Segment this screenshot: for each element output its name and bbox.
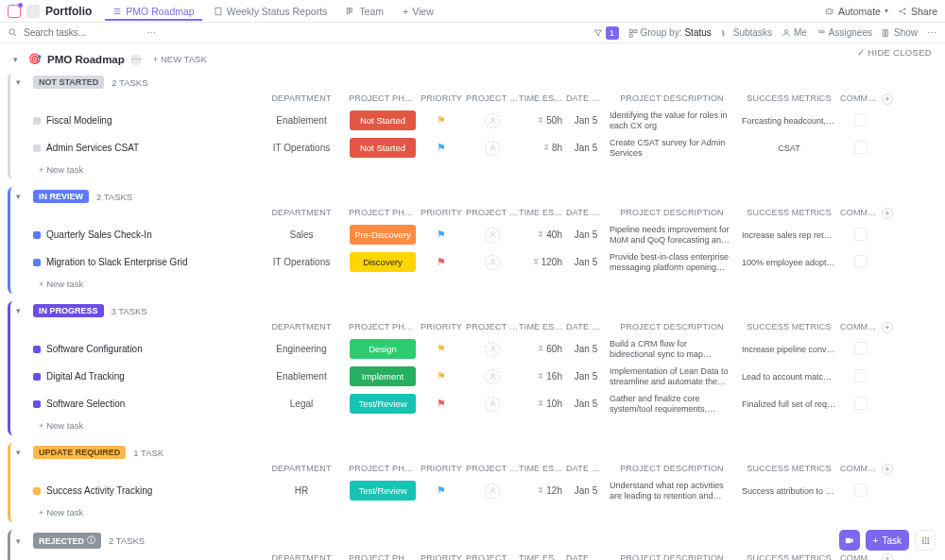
priority-flag-icon[interactable]: ⚑ — [437, 398, 446, 409]
search-input[interactable] — [24, 27, 90, 38]
phase-badge[interactable]: Design — [350, 339, 416, 359]
share-button[interactable]: Share — [898, 6, 937, 17]
comment-icon[interactable] — [854, 484, 868, 497]
show-button[interactable]: Show — [882, 27, 918, 38]
status-pill[interactable]: REJECTED ⓘ — [33, 533, 101, 549]
assign-pm-icon[interactable] — [485, 397, 500, 412]
task-row[interactable]: Software Selection Legal Test/Review ⚑ ⧗… — [10, 390, 937, 417]
priority-flag-icon[interactable]: ⚑ — [437, 114, 446, 126]
priority-flag-icon[interactable]: ⚑ — [437, 256, 446, 267]
status-square-icon[interactable] — [33, 144, 41, 152]
tab-weekly-status-reports[interactable]: Weekly Status Reports — [206, 2, 335, 21]
task-time[interactable]: ⧗50h — [519, 115, 566, 126]
add-column-icon[interactable]: + — [882, 322, 893, 333]
status-square-icon[interactable] — [33, 259, 41, 266]
group-by-button[interactable]: Group by: Status — [628, 27, 712, 38]
status-pill[interactable]: IN REVIEW — [33, 190, 89, 203]
phase-badge[interactable]: Not Started — [350, 138, 416, 158]
priority-flag-icon[interactable]: ⚑ — [437, 343, 446, 354]
task-time[interactable]: ⧗8h — [519, 143, 566, 153]
add-column-icon[interactable]: + — [882, 208, 893, 219]
priority-flag-icon[interactable]: ⚑ — [437, 370, 446, 382]
task-time[interactable]: ⧗40h — [519, 229, 566, 240]
task-row[interactable]: Digital Ad Tracking Enablement Implement… — [10, 363, 937, 390]
comment-icon[interactable] — [854, 397, 868, 410]
task-time[interactable]: ⧗120h — [519, 257, 566, 267]
status-pill[interactable]: UPDATE REQUIRED — [33, 446, 126, 459]
add-column-icon[interactable]: + — [882, 93, 893, 105]
subtasks-button[interactable]: Subtasks — [721, 27, 772, 38]
collapse-group-icon[interactable]: ▾ — [16, 536, 26, 546]
task-time[interactable]: ⧗10h — [519, 399, 566, 409]
list-settings-icon[interactable]: ⋯ — [130, 54, 142, 65]
record-button[interactable] — [839, 530, 860, 551]
svg-point-24 — [491, 401, 494, 404]
assign-pm-icon[interactable] — [485, 141, 500, 156]
phase-badge[interactable]: Not Started — [350, 110, 416, 130]
status-square-icon[interactable] — [33, 231, 41, 239]
add-column-icon[interactable]: + — [882, 464, 893, 475]
task-row[interactable]: Quarterly Sales Check-In Sales Pre-Disco… — [10, 221, 937, 248]
add-column-icon[interactable]: + — [882, 553, 893, 560]
collapse-group-icon[interactable]: ▾ — [16, 77, 26, 87]
priority-flag-icon[interactable]: ⚑ — [437, 229, 446, 240]
assign-pm-icon[interactable] — [485, 113, 500, 128]
task-row[interactable]: Success Activity Tracking HR Test/Review… — [10, 477, 937, 504]
collapse-group-icon[interactable]: ▾ — [16, 448, 26, 457]
new-task-button[interactable]: + New task — [10, 161, 937, 178]
status-pill[interactable]: IN PROGRESS — [33, 304, 104, 317]
comment-icon[interactable] — [854, 228, 868, 241]
task-row[interactable]: Software Configuration Engineering Desig… — [10, 335, 937, 363]
new-task-floating-button[interactable]: + Task — [866, 530, 909, 551]
automate-button[interactable]: Automate ▾ — [824, 6, 888, 17]
status-square-icon[interactable] — [33, 487, 41, 495]
task-time[interactable]: ⧗16h — [519, 371, 566, 382]
tab-view[interactable]: +View — [395, 2, 441, 21]
task-description: Pipeline needs improvement for MoM and Q… — [606, 225, 738, 245]
collapse-group-icon[interactable]: ▾ — [16, 192, 26, 201]
phase-badge[interactable]: Discovery — [350, 252, 416, 272]
collapse-group-icon[interactable]: ▾ — [16, 306, 26, 315]
task-row[interactable]: Migration to Slack Enterprise Grid IT Op… — [10, 248, 937, 276]
phase-badge[interactable]: Implement — [350, 366, 416, 386]
new-task-button[interactable]: + New task — [10, 504, 937, 520]
more-menu-icon[interactable]: ⋯ — [927, 27, 937, 38]
status-square-icon[interactable] — [33, 400, 41, 408]
assign-pm-icon[interactable] — [485, 228, 500, 243]
status-square-icon[interactable] — [33, 117, 41, 125]
comment-icon[interactable] — [854, 255, 868, 268]
new-task-button[interactable]: + New task — [10, 276, 937, 292]
assign-pm-icon[interactable] — [485, 342, 500, 357]
floating-actions: + Task — [839, 530, 936, 551]
comment-icon[interactable] — [854, 342, 868, 355]
assign-pm-icon[interactable] — [485, 484, 500, 499]
comment-icon[interactable] — [854, 141, 868, 154]
hide-closed-toggle[interactable]: ✓ HIDE CLOSED — [857, 47, 932, 58]
comment-icon[interactable] — [854, 369, 868, 382]
filter-button[interactable]: 1 — [593, 26, 619, 40]
me-button[interactable]: Me — [782, 27, 807, 38]
task-time[interactable]: ⧗12h — [519, 485, 566, 496]
new-task-header-button[interactable]: + NEW TASK — [153, 54, 207, 64]
assignees-button[interactable]: Assignees — [816, 27, 872, 38]
task-time[interactable]: ⧗60h — [519, 344, 566, 354]
tab-pmo-roadmap[interactable]: PMO Roadmap — [105, 2, 201, 21]
phase-badge[interactable]: Test/Review — [350, 394, 416, 414]
assign-pm-icon[interactable] — [485, 255, 500, 270]
more-options-icon[interactable]: ⋯ — [146, 27, 157, 38]
task-row[interactable]: Admin Services CSAT IT Operations Not St… — [10, 134, 937, 161]
status-pill[interactable]: NOT STARTED — [33, 76, 104, 89]
collapse-icon[interactable]: ▾ — [13, 55, 23, 64]
status-square-icon[interactable] — [33, 373, 41, 381]
comment-icon[interactable] — [854, 113, 868, 127]
priority-flag-icon[interactable]: ⚑ — [437, 484, 446, 496]
assign-pm-icon[interactable] — [485, 369, 500, 384]
priority-flag-icon[interactable]: ⚑ — [437, 142, 446, 153]
new-task-button[interactable]: + New task — [10, 417, 937, 433]
apps-button[interactable] — [915, 530, 936, 551]
tab-team[interactable]: Team — [338, 2, 391, 21]
status-square-icon[interactable] — [33, 346, 41, 353]
phase-badge[interactable]: Pre-Discovery — [350, 225, 416, 245]
phase-badge[interactable]: Test/Review — [350, 481, 416, 501]
task-row[interactable]: Fiscal Modeling Enablement Not Started ⚑… — [10, 107, 937, 134]
